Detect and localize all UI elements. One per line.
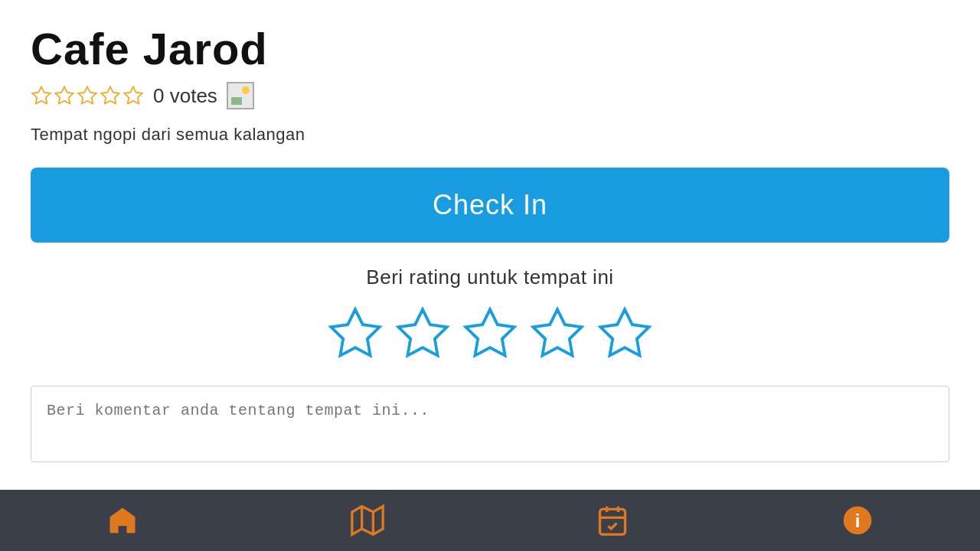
nav-calendar[interactable] <box>565 496 660 545</box>
rating-row: 0 votes <box>31 82 949 109</box>
small-star-3[interactable] <box>77 85 98 106</box>
svg-marker-2 <box>78 86 96 103</box>
votes-count: 0 votes <box>153 84 217 108</box>
svg-marker-1 <box>55 86 73 103</box>
image-thumbnail[interactable] <box>227 82 254 109</box>
small-star-1[interactable] <box>31 85 52 106</box>
nav-map[interactable] <box>320 496 415 545</box>
map-icon <box>351 504 384 537</box>
svg-marker-9 <box>600 309 648 355</box>
svg-marker-0 <box>32 86 50 103</box>
cafe-description: Tempat ngopi dari semua kalangan <box>31 125 949 145</box>
svg-marker-8 <box>533 309 581 355</box>
cafe-title: Cafe Jarod <box>31 23 949 74</box>
nav-info[interactable]: i <box>810 496 905 545</box>
rating-instruction: Beri rating untuk tempat ini <box>31 266 949 289</box>
main-content: Cafe Jarod <box>0 0 980 490</box>
rating-star-5[interactable] <box>596 305 654 363</box>
home-icon <box>106 504 139 537</box>
info-icon: i <box>841 504 874 537</box>
svg-text:i: i <box>855 510 861 531</box>
nav-home[interactable] <box>75 496 170 545</box>
rating-stars[interactable] <box>31 305 949 363</box>
comment-input[interactable] <box>31 386 949 462</box>
svg-marker-10 <box>352 507 383 535</box>
small-stars[interactable] <box>31 85 144 106</box>
checkin-button[interactable]: Check In <box>31 168 949 243</box>
bottom-navigation: i <box>0 490 980 551</box>
svg-marker-3 <box>101 86 119 103</box>
svg-marker-6 <box>398 309 446 355</box>
rating-star-4[interactable] <box>528 305 586 363</box>
small-star-4[interactable] <box>100 85 121 106</box>
small-star-2[interactable] <box>54 85 75 106</box>
svg-marker-4 <box>124 86 142 103</box>
svg-marker-7 <box>466 309 514 355</box>
svg-marker-5 <box>331 309 379 355</box>
small-star-5[interactable] <box>122 85 144 106</box>
rating-star-3[interactable] <box>461 305 519 363</box>
rating-star-1[interactable] <box>326 305 384 363</box>
calendar-icon <box>596 504 629 537</box>
rating-star-2[interactable] <box>394 305 452 363</box>
svg-rect-13 <box>600 509 626 534</box>
